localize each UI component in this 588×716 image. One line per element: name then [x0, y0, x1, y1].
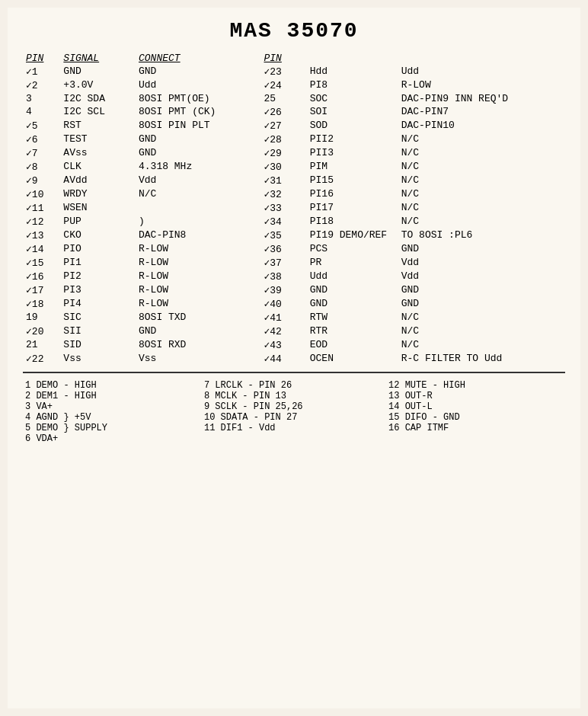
table-cell: RTW [307, 311, 398, 324]
table-header: PIN SIGNAL CONNECT PIN [23, 52, 565, 65]
table-row: ✓10WRDYN/C✓32PI16N/C [23, 187, 565, 201]
header-connect: CONNECT [136, 52, 260, 65]
table-cell: ✓9 [23, 174, 60, 187]
table-cell: ✓40 [260, 297, 306, 311]
bottom-table: 1 DEMO - HIGH2 DEM1 - HIGH3 VA+4 AGND } … [23, 379, 565, 445]
table-cell: PII2 [307, 133, 398, 146]
table-cell: R-LOW [136, 270, 260, 283]
bottom-item: 15 DIFO - GND [388, 412, 563, 423]
table-row: ✓12PUP)✓34PI18N/C [23, 215, 565, 229]
table-cell: ✓26 [260, 105, 306, 119]
table-cell: SIC [60, 311, 136, 324]
table-cell: PI18 [307, 215, 398, 229]
table-cell: ✓36 [260, 242, 306, 256]
bottom-mid-col: 7 LRCLK - PIN 268 MCLK - PIN 139 SCLK - … [202, 379, 386, 445]
table-cell: DAC-PIN7 [398, 105, 565, 119]
table-cell: PI19 DEMO/REF [307, 229, 398, 242]
table-cell: ✓44 [260, 352, 306, 366]
table-cell: DAC-PIN10 [398, 119, 565, 133]
table-cell: TEST [60, 133, 136, 146]
table-cell: AVdd [60, 174, 136, 187]
table-cell: DAC-PIN8 [136, 229, 260, 242]
table-cell: ✓5 [23, 119, 60, 133]
table-cell: ✓22 [23, 352, 60, 366]
table-cell [136, 201, 260, 215]
table-cell: 8OSI PIN PLT [136, 119, 260, 133]
table-cell: 4.318 MHz [136, 160, 260, 174]
table-cell: I2C SCL [60, 105, 136, 119]
table-cell: SII [60, 324, 136, 338]
table-cell: PI16 [307, 187, 398, 201]
table-cell: Vss [136, 352, 260, 366]
table-cell: ✓1 [23, 65, 60, 78]
table-cell: N/C [136, 187, 260, 201]
table-cell: WRDY [60, 187, 136, 201]
table-row: ✓14PIOR-LOW✓36PCSGND [23, 242, 565, 256]
table-cell: PUP [60, 215, 136, 229]
table-cell: R-LOW [398, 78, 565, 92]
table-cell: N/C [398, 174, 565, 187]
table-cell: N/C [398, 160, 565, 174]
bottom-item: 4 AGND } +5V [25, 412, 200, 423]
table-cell: N/C [398, 324, 565, 338]
table-cell: Udd [398, 65, 565, 78]
table-cell: N/C [398, 338, 565, 352]
table-cell: PIO [60, 242, 136, 256]
bottom-item: 9 SCLK - PIN 25,26 [204, 401, 384, 412]
bottom-row: 1 DEMO - HIGH2 DEM1 - HIGH3 VA+4 AGND } … [23, 379, 565, 445]
table-cell: 8OSI RXD [136, 338, 260, 352]
table-cell: CKO [60, 229, 136, 242]
table-cell: Udd [136, 78, 260, 92]
table-cell: ✓2 [23, 78, 60, 92]
table-cell: PI8 [307, 78, 398, 92]
header-signal: SIGNAL [60, 52, 136, 65]
table-cell: PI3 [60, 283, 136, 297]
table-cell: ✓7 [23, 146, 60, 160]
table-cell: ✓11 [23, 201, 60, 215]
table-cell: N/C [398, 201, 565, 215]
table-cell: AVss [60, 146, 136, 160]
table-row: ✓7AVssGND✓29PII3N/C [23, 146, 565, 160]
bottom-item: 14 OUT-L [388, 401, 563, 412]
table-cell: ✓34 [260, 215, 306, 229]
table-cell: GND [307, 283, 398, 297]
table-cell: ✓32 [260, 187, 306, 201]
bottom-right-col: 12 MUTE - HIGH13 OUT-R14 OUT-L15 DIFO - … [386, 379, 565, 445]
bottom-item: 10 SDATA - PIN 27 [204, 412, 384, 423]
table-cell: R-LOW [136, 256, 260, 270]
table-cell: SID [60, 338, 136, 352]
table-cell: ) [136, 215, 260, 229]
table-cell: 21 [23, 338, 60, 352]
table-cell: WSEN [60, 201, 136, 215]
bottom-item: 8 MCLK - PIN 13 [204, 391, 384, 401]
table-cell: Udd [307, 270, 398, 283]
table-cell: PCS [307, 242, 398, 256]
table-cell: Hdd [307, 65, 398, 78]
table-cell: ✓28 [260, 133, 306, 146]
table-cell: PI1 [60, 256, 136, 270]
table-cell: ✓13 [23, 229, 60, 242]
table-cell: 4 [23, 105, 60, 119]
table-cell: Vdd [398, 256, 565, 270]
table-cell: R-LOW [136, 297, 260, 311]
bottom-item: 7 LRCLK - PIN 26 [204, 380, 384, 391]
table-cell: ✓10 [23, 187, 60, 201]
page: MAS 35070 PIN SIGNAL CONNECT PIN ✓1GNDGN… [8, 8, 580, 708]
table-cell: ✓33 [260, 201, 306, 215]
table-cell: DAC-PIN9 INN REQ'D [398, 92, 565, 105]
table-cell: GND [60, 65, 136, 78]
table-cell: GND [136, 146, 260, 160]
table-cell: ✓17 [23, 283, 60, 297]
table-row: 19SIC8OSI TXD✓41RTWN/C [23, 311, 565, 324]
table-cell: ✓16 [23, 270, 60, 283]
bottom-item: 11 DIF1 - Vdd [204, 423, 384, 433]
table-cell: EOD [307, 338, 398, 352]
table-cell: ✓18 [23, 297, 60, 311]
bottom-item: 5 DEMO } SUPPLY [25, 423, 200, 433]
table-cell: 19 [23, 311, 60, 324]
table-cell: GND [398, 242, 565, 256]
table-cell: GND [136, 133, 260, 146]
bottom-left-col: 1 DEMO - HIGH2 DEM1 - HIGH3 VA+4 AGND } … [23, 379, 202, 445]
table-cell: ✓38 [260, 270, 306, 283]
table-cell: ✓14 [23, 242, 60, 256]
